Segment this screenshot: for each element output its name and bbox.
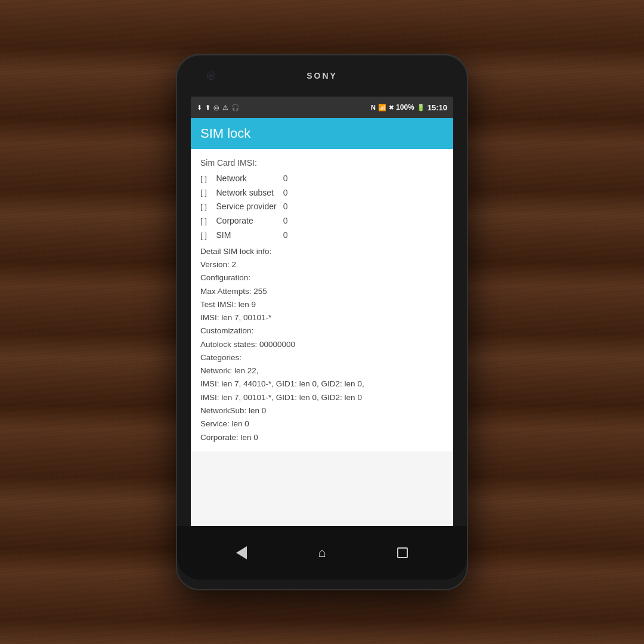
detail-line-11: IMSI: len 7, 00101-*, GID1: len 0, GID2:… [200, 391, 444, 404]
lock-name-corporate: Corporate [209, 214, 281, 228]
bracket-service-provider: [ ] [200, 200, 207, 213]
detail-line-10: IMSI: len 7, 44010-*, GID1: len 0, GID2:… [200, 377, 444, 391]
phone-device: SONY ⬇ ⬆ ◎ ⚠ 🎧 N 📶 ✖ 100% 🔋 1 [176, 54, 468, 590]
detail-line-14: Corporate: len 0 [200, 431, 444, 444]
back-button[interactable] [236, 546, 247, 559]
status-bar: ⬇ ⬆ ◎ ⚠ 🎧 N 📶 ✖ 100% 🔋 15:10 [191, 97, 453, 118]
status-icon-3: ◎ [213, 104, 219, 112]
lock-value-sim: 0 [283, 228, 288, 243]
recent-apps-button[interactable] [397, 547, 408, 558]
app-header: SIM lock [191, 118, 453, 149]
nfc-icon: N [371, 104, 376, 111]
detail-line-8: Categories: [200, 351, 444, 364]
clock: 15:10 [428, 103, 447, 112]
detail-line-13: Service: len 0 [200, 417, 444, 431]
phone-top-bar: SONY [177, 55, 467, 97]
lock-value-corporate: 0 [283, 214, 288, 228]
brand-logo: SONY [306, 71, 338, 80]
status-bar-left: ⬇ ⬆ ◎ ⚠ 🎧 [197, 104, 240, 112]
lock-name-network: Network [209, 172, 281, 186]
home-button[interactable]: ⌂ [318, 545, 326, 561]
wifi-off-icon: ✖ [389, 104, 394, 111]
signal-icon: 📶 [378, 104, 386, 112]
detail-line-9: Network: len 22, [200, 364, 444, 377]
bracket-network: [ ] [200, 172, 207, 185]
detail-line-5: IMSI: len 7, 00101-* [200, 311, 444, 324]
lock-row-sim: [ ] SIM 0 [200, 228, 444, 243]
status-icon-5: 🎧 [231, 104, 240, 112]
detail-line-3: Max Attempts: 255 [200, 285, 444, 298]
lock-row-corporate: [ ] Corporate 0 [200, 214, 444, 228]
status-icon-1: ⬇ [197, 104, 202, 112]
wood-background: SONY ⬇ ⬆ ◎ ⚠ 🎧 N 📶 ✖ 100% 🔋 1 [0, 0, 644, 644]
lock-row-network-subset: [ ] Network subset 0 [200, 186, 444, 200]
status-icon-4: ⚠ [222, 104, 228, 112]
detail-line-2: Configuration: [200, 271, 444, 284]
content-area: Sim Card IMSI: [ ] Network 0 [ ] Network… [191, 149, 453, 451]
lock-row-service-provider: [ ] Service provider 0 [200, 200, 444, 214]
bracket-sim: [ ] [200, 229, 207, 242]
lock-name-service-provider: Service provider [209, 200, 281, 214]
lock-name-sim: SIM [209, 228, 281, 243]
detail-section: Detail SIM lock info: Version: 2 Configu… [200, 245, 444, 444]
detail-line-12: NetworkSub: len 0 [200, 404, 444, 417]
front-camera [207, 72, 215, 80]
battery-icon: 🔋 [417, 104, 425, 112]
lock-value-service-provider: 0 [283, 200, 288, 214]
bracket-corporate: [ ] [200, 215, 207, 228]
battery-percent: 100% [396, 103, 414, 112]
detail-line-7: Autolock states: 00000000 [200, 338, 444, 351]
lock-value-network: 0 [283, 172, 288, 186]
lock-value-network-subset: 0 [283, 186, 288, 200]
detail-line-0: Detail SIM lock info: [200, 245, 444, 258]
detail-line-1: Version: 2 [200, 258, 444, 271]
detail-line-4: Test IMSI: len 9 [200, 298, 444, 311]
status-icon-2: ⬆ [205, 104, 210, 112]
detail-line-6: Customization: [200, 324, 444, 338]
bracket-network-subset: [ ] [200, 186, 207, 199]
phone-screen: ⬇ ⬆ ◎ ⚠ 🎧 N 📶 ✖ 100% 🔋 15:10 SIM lock [191, 97, 453, 526]
nav-bar: ⌂ [177, 526, 467, 580]
sim-card-imsi-label: Sim Card IMSI: [200, 156, 444, 171]
status-bar-right: N 📶 ✖ 100% 🔋 15:10 [371, 103, 447, 112]
lock-row-network: [ ] Network 0 [200, 172, 444, 186]
page-title: SIM lock [200, 126, 250, 141]
lock-name-network-subset: Network subset [209, 186, 281, 200]
